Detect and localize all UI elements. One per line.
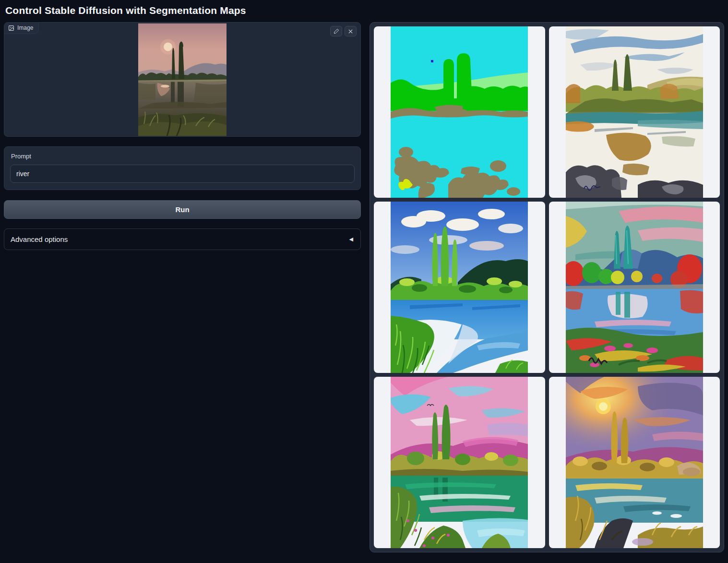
run-button[interactable]: Run [4,200,361,219]
gallery-item-pink-sky[interactable] [374,377,545,548]
watercolor-river-image [566,26,703,198]
prompt-label: Prompt [11,153,355,160]
gallery-item-watercolor[interactable] [549,26,720,198]
input-column: Image [4,22,361,250]
advanced-options-label: Advanced options [11,235,68,243]
pencil-icon [334,28,339,34]
fauvist-river-image [566,202,703,373]
image-icon [8,25,14,31]
uploaded-image[interactable] [138,23,227,136]
golden-sunset-river-image [566,377,703,548]
vivid-oil-river-image [391,202,528,373]
pink-sky-river-image [391,377,528,548]
gallery-item-segmentation-map[interactable] [374,26,545,198]
gallery-item-fauvist[interactable] [549,202,720,373]
main-layout: Image [4,22,724,552]
image-actions [330,26,357,36]
image-input-panel: Image [4,22,361,137]
image-label-text: Image [17,24,33,31]
prompt-panel: Prompt [4,146,361,190]
edit-image-button[interactable] [330,26,342,36]
triangle-left-icon: ◀ [349,236,353,242]
prompt-input[interactable] [10,165,355,183]
advanced-options-accordion[interactable]: Advanced options ◀ [4,228,361,250]
sunset-river-photo [138,23,227,136]
output-gallery [370,22,724,552]
clear-image-button[interactable] [345,26,357,36]
gallery-item-golden-sunset[interactable] [549,377,720,548]
image-component-label: Image [4,23,39,34]
gallery-item-vivid-oil[interactable] [374,202,545,373]
page-title: Control Stable Diffusion with Segmentati… [4,0,724,22]
segmentation-map-image [391,26,528,198]
close-icon [348,29,353,34]
app-root: Control Stable Diffusion with Segmentati… [0,0,728,552]
